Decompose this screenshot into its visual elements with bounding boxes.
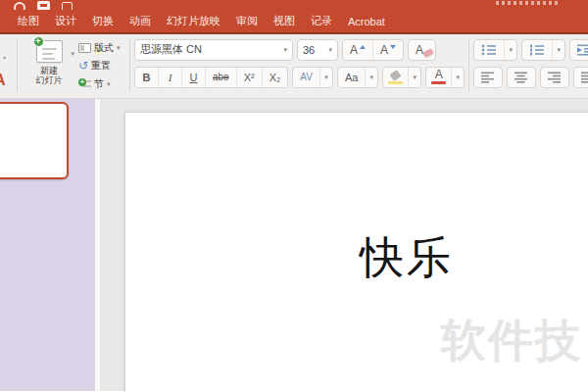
chevron-down-icon: ▾ <box>324 46 332 54</box>
font-color-bar <box>431 81 446 84</box>
highlighter-icon <box>390 70 402 81</box>
quick-access-undo-icon[interactable] <box>14 2 25 10</box>
ribbon-tab-bar: 绘图 设计 切换 动画 幻灯片放映 审阅 视图 记录 Acrobat <box>0 10 588 32</box>
watermark-text: 软件技 <box>441 311 582 371</box>
superscript-button[interactable]: X² <box>237 68 263 87</box>
chevron-down-icon[interactable]: ▾ <box>366 68 377 87</box>
chevron-down-icon: ▾ <box>279 46 287 54</box>
tab-transitions[interactable]: 切换 <box>92 14 114 28</box>
numbered-list-button[interactable] <box>522 40 553 60</box>
window-titlebar <box>0 0 588 10</box>
slide-thumbnail-selected[interactable] <box>0 102 69 179</box>
change-case-button[interactable]: Aa <box>338 68 366 87</box>
bold-button[interactable]: B <box>135 68 159 87</box>
italic-button[interactable]: I <box>159 68 182 87</box>
font-color-button[interactable]: A <box>426 68 452 87</box>
layout-label: 版式 <box>94 41 114 55</box>
tab-view[interactable]: 视图 <box>273 14 295 28</box>
chevron-down-icon: ▾ <box>107 80 111 88</box>
clear-formatting-glyph: A <box>416 43 423 57</box>
new-slide-button[interactable]: + ▾ 新建 幻灯片 <box>22 38 76 95</box>
chevron-down-icon[interactable]: ▾ <box>553 40 564 60</box>
numbered-list-icon <box>529 44 545 56</box>
triangle-up-icon <box>360 45 366 49</box>
align-left-icon <box>481 72 495 83</box>
paragraph-group: ▾ ▾ <box>473 38 588 88</box>
clipped-format-group: ▾ A <box>0 38 13 95</box>
font-size-select[interactable]: 36 ▾ <box>297 39 338 61</box>
underline-button[interactable]: U <box>182 68 206 87</box>
tab-animations[interactable]: 动画 <box>129 14 151 28</box>
eraser-icon <box>422 48 434 58</box>
quick-access-new-icon[interactable] <box>62 2 73 10</box>
section-label: 节 <box>94 77 104 91</box>
align-right-button[interactable] <box>541 68 568 87</box>
reset-label: 重置 <box>91 59 111 73</box>
font-color-glyph: A <box>435 68 443 81</box>
grow-font-button[interactable]: A <box>343 40 373 60</box>
ribbon-divider <box>17 39 18 92</box>
justify-icon <box>581 72 588 83</box>
align-center-icon <box>514 72 528 83</box>
slides-group: 版式 ▾ ↺ 重置 + 节 ▾ <box>76 38 125 95</box>
chevron-down-icon: ▾ <box>3 54 6 61</box>
align-right-icon <box>548 72 562 83</box>
slide-canvas[interactable]: 快乐 软件技 <box>124 112 588 392</box>
section-button[interactable]: + 节 ▾ <box>78 76 125 91</box>
ribbon-toolbar: ▾ A + ▾ 新建 幻灯片 版式 ▾ ↺ 重置 <box>0 34 588 99</box>
plus-icon: + <box>33 36 44 47</box>
triangle-down-icon <box>390 45 396 49</box>
clipped-font-tool-icon[interactable]: A <box>0 72 6 89</box>
align-center-button[interactable] <box>508 68 535 87</box>
tab-slideshow[interactable]: 幻灯片放映 <box>167 14 220 28</box>
tab-acrobat[interactable]: Acrobat <box>348 16 385 27</box>
tab-design[interactable]: 设计 <box>55 14 76 28</box>
tab-record[interactable]: 记录 <box>311 14 332 28</box>
new-slide-label: 新建 幻灯片 <box>36 66 63 85</box>
shrink-font-glyph: A <box>380 43 388 57</box>
font-name-select[interactable]: 思源黑体 CN ▾ <box>134 39 293 61</box>
tab-review[interactable]: 审阅 <box>236 14 258 28</box>
font-group: 思源黑体 CN ▾ 36 ▾ A A <box>134 38 465 88</box>
align-left-button[interactable] <box>474 68 502 87</box>
slide-thumbnail-panel <box>0 99 95 391</box>
grow-font-glyph: A <box>350 43 358 57</box>
layout-button[interactable]: 版式 ▾ <box>78 40 125 55</box>
ribbon-divider <box>129 39 130 92</box>
chevron-down-icon[interactable]: ▾ <box>71 50 74 58</box>
chevron-down-icon: ▾ <box>117 44 121 52</box>
ribbon-divider <box>468 39 469 92</box>
bullet-list-icon <box>481 44 497 56</box>
new-slide-icon: + <box>36 40 63 63</box>
decrease-indent-icon <box>577 44 588 56</box>
character-spacing-button[interactable]: AV <box>293 68 320 87</box>
decrease-indent-button[interactable] <box>570 40 588 60</box>
window-title-clipped-text <box>496 1 559 5</box>
tab-draw[interactable]: 绘图 <box>18 14 39 28</box>
font-name-value: 思源黑体 CN <box>140 42 202 57</box>
shrink-font-button[interactable]: A <box>373 40 403 60</box>
chevron-down-icon[interactable]: ▾ <box>452 68 464 87</box>
clear-formatting-button[interactable]: A <box>409 40 435 60</box>
chevron-down-icon[interactable]: ▾ <box>409 68 420 87</box>
reset-button[interactable]: ↺ 重置 <box>78 59 125 74</box>
section-icon: + <box>78 78 91 89</box>
quick-access-save-icon[interactable] <box>37 1 50 10</box>
justify-button[interactable] <box>574 68 588 87</box>
bullet-list-button[interactable] <box>474 40 505 60</box>
subscript-button[interactable]: X₂ <box>263 68 288 87</box>
slide-title-text[interactable]: 快乐 <box>360 228 454 287</box>
text-highlight-button[interactable] <box>383 68 409 87</box>
chevron-down-icon[interactable]: ▾ <box>320 68 332 87</box>
main-content: 快乐 软件技 <box>0 99 588 391</box>
chevron-down-icon[interactable]: ▾ <box>505 40 516 60</box>
strikethrough-button[interactable]: abe <box>206 68 237 87</box>
slide-workspace: 快乐 软件技 <box>101 99 588 391</box>
layout-icon <box>78 43 91 53</box>
font-size-value: 36 <box>303 44 315 56</box>
highlight-color-bar <box>388 81 403 84</box>
reset-icon: ↺ <box>78 60 88 72</box>
